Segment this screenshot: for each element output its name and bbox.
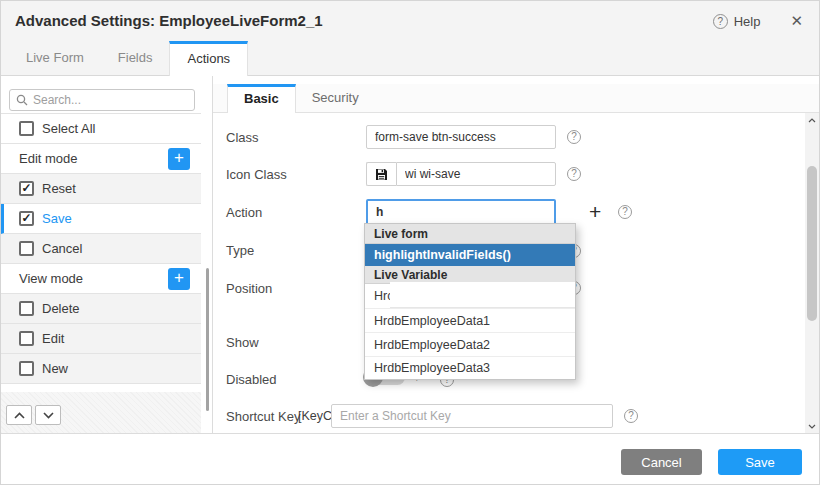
checkbox-unchecked[interactable] [19, 361, 34, 376]
list-item-cancel[interactable]: Cancel [1, 234, 201, 264]
dropdown-item-highlight-invalid-fields[interactable]: highlightInvalidFields() [365, 244, 575, 266]
shortcut-help-icon[interactable]: ? [624, 409, 638, 423]
checkbox-unchecked[interactable] [19, 331, 34, 346]
list-item-reset[interactable]: ✓ Reset [1, 174, 201, 204]
add-action-inline-icon[interactable]: + [589, 204, 601, 220]
tab-fields[interactable]: Fields [101, 41, 170, 75]
dropdown-item[interactable]: HrdbEmployeeData2 [365, 333, 575, 357]
list-item-delete[interactable]: Delete [1, 294, 201, 324]
search-input[interactable] [33, 93, 188, 107]
section-edit-mode: Edit mode + [1, 144, 201, 174]
dialog-header: Advanced Settings: EmployeeLiveForm2_1 ?… [1, 1, 819, 41]
move-down-button[interactable] [35, 405, 61, 425]
checkbox-unchecked[interactable] [19, 241, 34, 256]
tab-security[interactable]: Security [296, 84, 375, 112]
scrollbar-thumb[interactable] [807, 166, 817, 321]
shortcut-key-label: Shortcut Key [226, 409, 300, 424]
dropdown-item[interactable]: HrdbEmployeeData3 [365, 357, 575, 379]
disabled-label: Disabled [226, 372, 277, 387]
add-action-icon[interactable]: + [168, 268, 190, 290]
checkbox-unchecked[interactable] [19, 121, 34, 136]
type-label: Type [226, 243, 254, 258]
close-icon[interactable]: ✕ [790, 12, 803, 30]
dropdown-item[interactable]: HrdbEmployeeData1 [365, 309, 575, 333]
cancel-button[interactable]: Cancel [621, 449, 702, 475]
tab-live-form[interactable]: Live Form [9, 41, 101, 75]
dropdown-group-live-form: Live form [365, 224, 575, 244]
action-input[interactable] [366, 199, 556, 225]
list-item-select-all[interactable]: Select All [1, 114, 201, 144]
actions-list: Select All Edit mode + ✓ Reset ✓ Save Ca… [1, 113, 201, 384]
icon-class-help-icon[interactable]: ? [567, 167, 581, 181]
tab-actions[interactable]: Actions [169, 41, 248, 76]
dialog-title: Advanced Settings: EmployeeLiveForm2_1 [15, 12, 323, 29]
tab-basic[interactable]: Basic [227, 84, 296, 113]
advanced-settings-dialog: Advanced Settings: EmployeeLiveForm2_1 ?… [0, 0, 820, 485]
icon-class-label: Icon Class [226, 167, 287, 182]
search-icon [16, 94, 28, 106]
main-tab-bar: Live Form Fields Actions [1, 41, 819, 76]
save-button[interactable]: Save [718, 449, 802, 475]
basic-tab-content: Class ? Icon Class ? Action + ? Type ? P… [213, 113, 820, 433]
dialog-footer: Cancel Save [1, 433, 819, 485]
help-link[interactable]: Help [734, 14, 761, 29]
icon-class-input[interactable] [396, 162, 556, 186]
checkbox-unchecked[interactable] [19, 301, 34, 316]
settings-panel: Basic Security Class ? Icon Class ? Acti… [212, 76, 820, 433]
scroll-up-icon[interactable] [805, 113, 819, 127]
list-item-new[interactable]: New [1, 354, 201, 384]
show-label: Show [226, 335, 259, 350]
panel-tab-bar: Basic Security [213, 84, 820, 113]
overlapping-input-artifact [390, 282, 575, 308]
checkbox-checked[interactable]: ✓ [19, 211, 34, 226]
help-icon[interactable]: ? [713, 14, 728, 29]
search-box[interactable] [9, 89, 195, 111]
add-action-icon[interactable]: + [168, 148, 190, 170]
action-label: Action [226, 205, 262, 220]
reorder-strip [1, 392, 201, 433]
list-item-edit[interactable]: Edit [1, 324, 201, 354]
move-up-button[interactable] [6, 405, 32, 425]
action-help-icon[interactable]: ? [618, 205, 632, 219]
actions-sidebar: Select All Edit mode + ✓ Reset ✓ Save Ca… [1, 76, 212, 433]
panel-scrollbar[interactable] [805, 113, 819, 433]
section-view-mode: View mode + [1, 264, 201, 294]
checkbox-checked[interactable]: ✓ [19, 181, 34, 196]
scroll-down-icon[interactable] [805, 419, 819, 433]
class-input[interactable] [366, 125, 556, 149]
list-item-save[interactable]: ✓ Save [1, 204, 201, 234]
class-label: Class [226, 130, 259, 145]
class-help-icon[interactable]: ? [567, 130, 581, 144]
shortcut-key-input[interactable] [331, 404, 613, 428]
sidebar-scrollbar[interactable] [206, 268, 209, 411]
position-label: Position [226, 281, 272, 296]
floppy-save-icon [366, 162, 396, 186]
